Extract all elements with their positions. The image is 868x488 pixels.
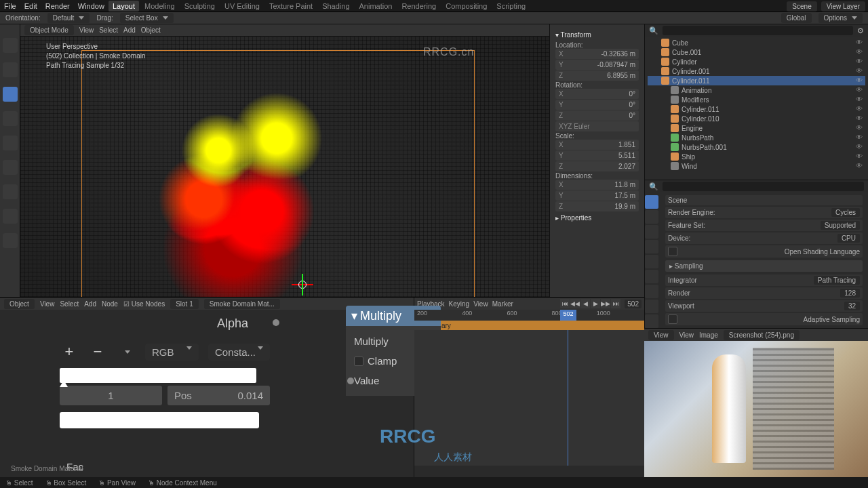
tab-sculpting[interactable]: Sculpting: [180, 1, 219, 12]
adaptive-sampling-row[interactable]: Adaptive Sampling: [665, 313, 863, 325]
tab-uv[interactable]: UV Editing: [220, 1, 264, 12]
modifier-properties-tab[interactable]: [645, 285, 658, 298]
sampling-panel[interactable]: ▸ Sampling: [665, 260, 863, 272]
vp-menu-select[interactable]: Select: [99, 26, 118, 34]
eye-icon[interactable]: 👁: [856, 115, 864, 123]
location-x[interactable]: X-0.32636 m: [555, 49, 639, 59]
timeline-ruler[interactable]: 200 400 502 600 800 1000: [414, 310, 644, 321]
ne-menu-select[interactable]: Select: [60, 300, 79, 308]
gradient-slider[interactable]: [60, 368, 256, 383]
move-tool[interactable]: [3, 87, 18, 102]
tl-menu-view[interactable]: View: [473, 300, 488, 308]
outliner-item[interactable]: Cylinder.001👁: [648, 66, 865, 76]
color-mode-dropdown[interactable]: RGB: [145, 344, 199, 361]
reference-image[interactable]: [644, 341, 868, 478]
filter-icon[interactable]: ⚙: [857, 26, 864, 35]
rotation-x[interactable]: X0°: [555, 89, 639, 99]
vp-menu-object[interactable]: Object: [141, 26, 161, 34]
select-tool[interactable]: [3, 38, 18, 53]
rotation-y[interactable]: Y0°: [555, 100, 639, 110]
outliner-item[interactable]: NurbsPath👁: [648, 133, 865, 142]
dim-z[interactable]: Z19.9 m: [555, 201, 639, 211]
stop-index-field[interactable]: 1: [60, 386, 162, 405]
tab-animation[interactable]: Animation: [355, 1, 397, 12]
menu-render[interactable]: Render: [45, 2, 70, 10]
stop-menu-button[interactable]: [117, 342, 136, 361]
add-tool[interactable]: [3, 233, 18, 248]
prev-key-button[interactable]: ◀◀: [570, 299, 580, 308]
drag-dropdown[interactable]: Select Box: [120, 13, 174, 23]
interpolation-dropdown[interactable]: Consta...: [208, 344, 270, 361]
outliner-item[interactable]: Cylinder.011👁: [648, 76, 865, 85]
jump-end-button[interactable]: ⏭: [611, 299, 620, 308]
tab-scripting[interactable]: Scripting: [492, 1, 530, 12]
search-icon[interactable]: 🔍: [649, 26, 658, 35]
adaptive-checkbox[interactable]: [668, 314, 677, 324]
timeline-body[interactable]: [414, 330, 644, 466]
playhead-frame[interactable]: 502: [560, 310, 576, 321]
stop-position-field[interactable]: Pos0.014: [167, 386, 270, 405]
outliner-item[interactable]: Engine👁: [648, 123, 865, 133]
location-z[interactable]: Z6.8955 m: [555, 70, 639, 81]
view-layer-tab[interactable]: [645, 225, 658, 239]
current-frame-field[interactable]: 502: [625, 300, 642, 308]
dim-x[interactable]: X11.8 m: [555, 180, 639, 190]
properties-heading[interactable]: ▸ Properties: [555, 214, 639, 222]
render-properties-tab[interactable]: [645, 195, 658, 209]
scale-x[interactable]: X1.851: [555, 140, 639, 150]
particle-properties-tab[interactable]: [645, 300, 658, 313]
viewport-samples-row[interactable]: Viewport32: [665, 300, 863, 312]
add-stop-button[interactable]: +: [60, 342, 79, 361]
osl-checkbox[interactable]: [668, 247, 677, 256]
tl-menu-keying[interactable]: Keying: [449, 300, 470, 308]
eye-icon[interactable]: 👁: [856, 124, 864, 132]
physics-properties-tab[interactable]: [645, 314, 658, 328]
menu-edit[interactable]: Edit: [24, 2, 37, 10]
tab-modeling[interactable]: Modeling: [140, 1, 179, 12]
scene-name-row[interactable]: Scene: [665, 195, 863, 205]
outliner-item[interactable]: NurbsPath.001👁: [648, 142, 865, 152]
menu-window[interactable]: Window: [78, 2, 104, 10]
object-properties-tab[interactable]: [645, 270, 658, 283]
osl-row[interactable]: Open Shading Language: [665, 245, 863, 258]
rotate-tool[interactable]: [3, 111, 18, 126]
img-mode-dropdown[interactable]: View: [648, 330, 674, 340]
tab-shading[interactable]: Shading: [318, 1, 353, 12]
tab-compositing[interactable]: Compositing: [441, 1, 491, 12]
eye-icon[interactable]: 👁: [856, 77, 864, 85]
outliner-item[interactable]: Cylinder.010👁: [648, 114, 865, 123]
remove-stop-button[interactable]: −: [88, 342, 107, 361]
output-properties-tab[interactable]: [645, 210, 658, 224]
rotation-mode[interactable]: XYZ Euler: [555, 121, 639, 131]
mode-dropdown[interactable]: Object Mode: [24, 25, 74, 35]
clamp-checkbox[interactable]: [354, 357, 363, 366]
location-y[interactable]: Y-0.087947 m: [555, 60, 639, 70]
vp-menu-view[interactable]: View: [79, 26, 94, 34]
color-ramp-node[interactable]: + − RGB Consta... 1 Pos0.014: [60, 342, 270, 428]
eye-icon[interactable]: 👁: [856, 162, 864, 170]
node-object-dropdown[interactable]: Object: [4, 299, 35, 309]
dim-y[interactable]: Y17.5 m: [555, 190, 639, 201]
eye-icon[interactable]: 👁: [856, 152, 864, 161]
img-menu-image[interactable]: Image: [699, 331, 718, 339]
options-dropdown[interactable]: Options: [818, 13, 863, 23]
material-dropdown[interactable]: Smoke Domain Mat...: [204, 299, 280, 309]
alpha-socket[interactable]: [273, 319, 279, 326]
eye-icon[interactable]: 👁: [856, 58, 864, 66]
playhead-line[interactable]: [568, 330, 568, 466]
device-row[interactable]: Device:CPU: [665, 232, 863, 244]
eye-icon[interactable]: 👁: [856, 105, 864, 113]
outliner-tree[interactable]: Cube👁Cube.001👁Cylinder👁Cylinder.001👁Cyli…: [645, 37, 868, 172]
image-filename[interactable]: Screenshot (254).png: [724, 330, 800, 340]
slot-dropdown[interactable]: Slot 1: [170, 299, 199, 309]
outliner-item[interactable]: Modifiers👁: [648, 95, 865, 104]
eye-icon[interactable]: 👁: [856, 96, 864, 104]
eye-icon[interactable]: 👁: [856, 86, 864, 94]
measure-tool[interactable]: [3, 209, 18, 224]
outliner-item[interactable]: Wind👁: [648, 161, 865, 171]
outliner-item[interactable]: Cylinder.011👁: [648, 104, 865, 114]
orientation-dropdown[interactable]: Default: [47, 13, 90, 23]
eye-icon[interactable]: 👁: [856, 143, 864, 151]
integrator-row[interactable]: IntegratorPath Tracing: [665, 274, 863, 286]
vp-menu-add[interactable]: Add: [123, 26, 136, 34]
